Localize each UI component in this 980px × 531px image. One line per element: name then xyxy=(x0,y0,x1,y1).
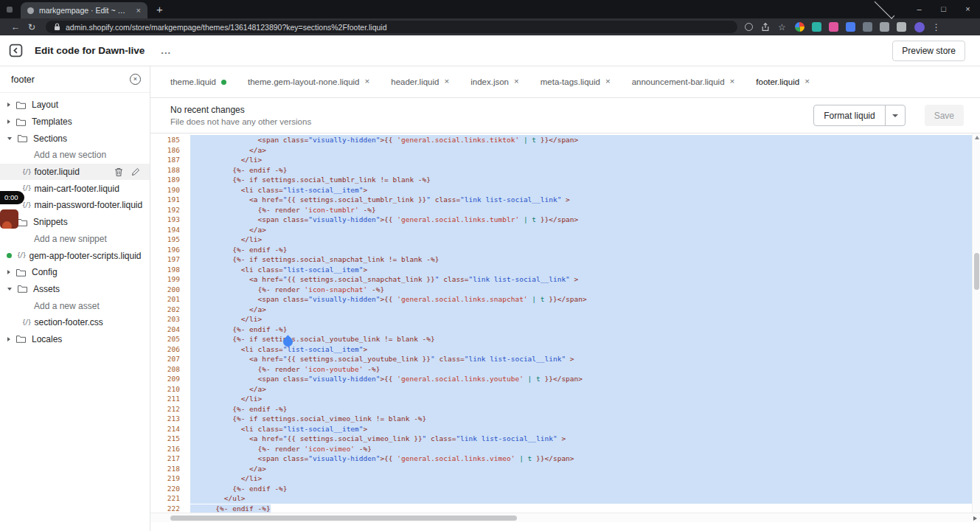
code-line[interactable]: {%- endif -%} xyxy=(190,404,972,414)
line-number[interactable]: 217 xyxy=(150,454,187,464)
browser-tab[interactable]: markgempage · Edit ~ Dawn-live × xyxy=(21,2,147,18)
code-line[interactable]: <span class="visually-hidden">{{ 'genera… xyxy=(190,454,972,464)
back-button[interactable]: ← xyxy=(7,22,24,32)
code-line[interactable]: <a href="{{ settings.social_youtube_link… xyxy=(190,354,972,364)
code-line[interactable]: </a> xyxy=(190,145,972,156)
line-number[interactable]: 192 xyxy=(150,205,187,215)
line-number[interactable]: 214 xyxy=(150,424,187,434)
code-line[interactable]: </li> xyxy=(190,314,972,324)
line-number[interactable]: 195 xyxy=(150,235,187,245)
chevron-down-icon[interactable] xyxy=(7,137,12,140)
tree-group-locales[interactable]: Locales xyxy=(0,331,150,348)
line-number[interactable]: 190 xyxy=(150,185,187,195)
tree-group-config[interactable]: Config xyxy=(0,264,150,281)
chevron-right-icon[interactable] xyxy=(7,103,10,107)
line-number[interactable]: 216 xyxy=(150,444,187,454)
code-line[interactable]: <li class="list-social__item"> xyxy=(190,265,972,275)
tree-item-section-footer-css[interactable]: {/}section-footer.css xyxy=(0,314,150,331)
scroll-up-icon[interactable] xyxy=(975,136,979,139)
code-line[interactable]: </a> xyxy=(190,305,972,315)
extension-icon-monitor[interactable] xyxy=(880,22,889,32)
extension-icon-pink[interactable] xyxy=(829,22,838,32)
line-number[interactable]: 219 xyxy=(150,473,187,484)
extension-icon-lines[interactable] xyxy=(897,22,906,32)
code-editor[interactable]: 1851861871881891901911921931941951961971… xyxy=(150,133,980,513)
tree-group-assets[interactable]: Assets xyxy=(0,281,150,298)
line-number[interactable]: 204 xyxy=(150,324,187,335)
line-number[interactable]: 205 xyxy=(150,334,187,344)
share-icon[interactable] xyxy=(761,22,770,32)
line-number[interactable]: 203 xyxy=(150,314,187,324)
chevron-right-icon[interactable] xyxy=(7,270,10,274)
code-line[interactable]: </li> xyxy=(190,394,972,404)
close-tab-icon[interactable]: × xyxy=(804,77,810,86)
line-number[interactable]: 201 xyxy=(150,294,187,305)
line-number[interactable]: 210 xyxy=(150,384,187,395)
maximize-button[interactable]: □ xyxy=(931,0,956,18)
edit-icon[interactable] xyxy=(131,167,140,176)
browser-avatar[interactable] xyxy=(914,22,925,32)
tree-group-snippets[interactable]: Snippets xyxy=(0,214,150,231)
close-tab-icon[interactable]: × xyxy=(514,77,519,86)
line-number[interactable]: 220 xyxy=(150,484,187,494)
code-line[interactable]: {%- render 'icon-snapchat' -%} xyxy=(190,285,972,295)
trash-icon[interactable] xyxy=(114,167,123,177)
tree-item-gem-app-footer-scripts-liquid[interactable]: {/}gem-app-footer-scripts.liquid xyxy=(0,247,150,264)
extension-icon-slate[interactable] xyxy=(863,22,872,32)
code-line[interactable]: </a> xyxy=(190,384,972,395)
code-line[interactable]: {%- endif -%} xyxy=(190,245,972,255)
code-line[interactable]: {%- endif -%} xyxy=(190,324,972,335)
code-line[interactable]: <span class="visually-hidden">{{ 'genera… xyxy=(190,215,972,225)
horizontal-scrollbar[interactable] xyxy=(150,513,980,522)
horizontal-scrollbar-thumb[interactable] xyxy=(170,516,517,521)
line-number[interactable]: 189 xyxy=(150,175,187,185)
tab-announcement-bar-liquid[interactable]: announcement-bar.liquid× xyxy=(632,77,735,86)
line-number[interactable]: 199 xyxy=(150,274,187,285)
code-line[interactable]: <span class="visually-hidden">{{ 'genera… xyxy=(190,294,972,305)
tree-group-templates[interactable]: Templates xyxy=(0,114,150,131)
tab-theme-liquid[interactable]: theme.liquid xyxy=(170,77,226,86)
chevron-down-icon[interactable] xyxy=(7,288,12,291)
chevron-right-icon[interactable] xyxy=(7,337,10,341)
code-line[interactable]: </a> xyxy=(190,225,972,235)
code-line[interactable]: <a href="{{ settings.social_tumblr_link … xyxy=(190,195,972,205)
code-line[interactable]: {%- render 'icon-tumblr' -%} xyxy=(190,205,972,215)
vertical-scrollbar-thumb[interactable] xyxy=(974,253,979,290)
line-number[interactable]: 221 xyxy=(150,493,187,504)
line-number[interactable]: 200 xyxy=(150,285,187,295)
code-line[interactable]: </ul> xyxy=(190,493,972,504)
close-window-button[interactable]: × xyxy=(956,0,980,18)
line-number[interactable]: 209 xyxy=(150,374,187,384)
code-line[interactable]: </li> xyxy=(190,473,972,484)
code-line[interactable]: <li class="list-social__item"> xyxy=(190,424,972,434)
code-line[interactable]: {%- endif -%} xyxy=(190,484,972,494)
code-line[interactable]: {%- if settings.social_vimeo_link != bla… xyxy=(190,414,972,424)
line-number[interactable]: 194 xyxy=(150,225,187,235)
close-tab-icon[interactable]: × xyxy=(136,7,141,15)
code-line[interactable]: </li> xyxy=(190,235,972,245)
bookmark-star-icon[interactable]: ☆ xyxy=(778,23,786,32)
close-tab-icon[interactable]: × xyxy=(605,77,611,86)
refresh-button[interactable]: ↻ xyxy=(24,21,40,32)
minimize-button[interactable]: – xyxy=(907,0,931,18)
code-line[interactable]: {%- render 'icon-youtube' -%} xyxy=(190,364,972,375)
url-bar[interactable]: admin.shopify.com/store/markgempage/them… xyxy=(46,21,737,33)
line-number[interactable]: 206 xyxy=(150,344,187,355)
line-number[interactable]: 186 xyxy=(150,145,187,156)
format-options-button[interactable] xyxy=(885,105,905,125)
save-button[interactable]: Save xyxy=(925,105,964,126)
code-pane[interactable]: <span class="visually-hidden">{{ 'genera… xyxy=(187,133,972,513)
line-number[interactable]: 196 xyxy=(150,245,187,255)
line-number[interactable]: 187 xyxy=(150,155,187,165)
line-number[interactable]: 197 xyxy=(150,254,187,265)
scroll-right-icon[interactable] xyxy=(973,516,977,521)
clear-search-icon[interactable]: × xyxy=(130,74,141,85)
close-tab-icon[interactable]: × xyxy=(730,77,735,86)
code-line[interactable]: </li> xyxy=(190,155,972,165)
format-liquid-button[interactable]: Format liquid xyxy=(813,105,905,126)
code-line[interactable]: <li class="list-social__item"> xyxy=(190,344,972,355)
tree-group-layout[interactable]: Layout xyxy=(0,97,150,114)
tree-action-add-a-new-section[interactable]: Add a new section xyxy=(0,147,150,164)
line-number[interactable]: 222 xyxy=(150,504,187,513)
code-line[interactable]: {%- render 'icon-vimeo' -%} xyxy=(190,444,972,454)
